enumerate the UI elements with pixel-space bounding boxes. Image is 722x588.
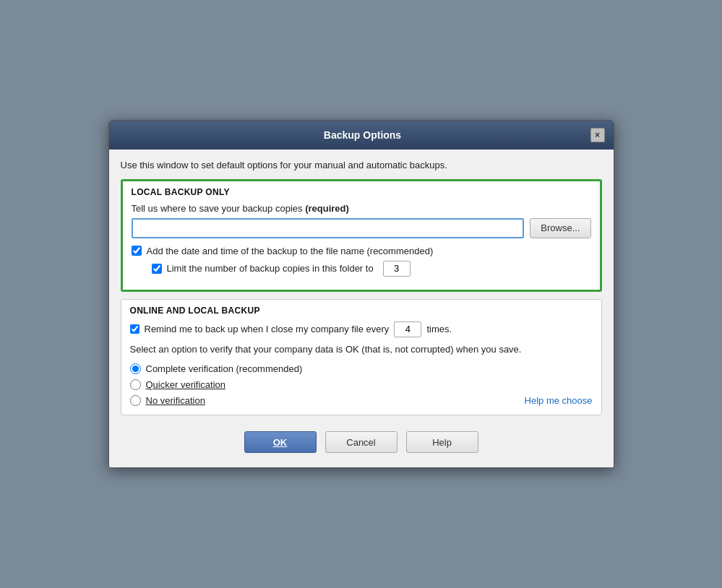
radio-quicker[interactable] (130, 379, 141, 390)
online-section-content: Remind me to back up when I close my com… (121, 319, 601, 415)
limit-input[interactable] (383, 261, 411, 277)
radio-none-row: No verification Help me choose (130, 395, 593, 406)
radio-complete-label[interactable]: Complete verification (recommended) (146, 363, 303, 374)
remind-times-input[interactable] (394, 321, 421, 337)
radio-none[interactable] (130, 395, 141, 406)
radio-complete[interactable] (130, 363, 141, 374)
backup-options-dialog: Backup Options × Use this window to set … (108, 120, 614, 468)
remind-checkbox[interactable] (130, 324, 139, 334)
online-backup-section: ONLINE AND LOCAL BACKUP Remind me to bac… (121, 299, 602, 415)
browse-button[interactable]: Browse... (530, 218, 590, 238)
close-button[interactable]: × (590, 128, 605, 142)
remind-label[interactable]: Remind me to back up when I close my com… (145, 324, 390, 334)
local-section-header: LOCAL BACKUP ONLY (123, 181, 600, 200)
datetime-checkbox[interactable] (132, 246, 142, 256)
radio-quicker-label[interactable]: Quicker verification (146, 379, 226, 390)
limit-checkbox-label[interactable]: Limit the number of backup copies in thi… (167, 263, 374, 274)
remind-suffix: times. (426, 324, 452, 334)
limit-checkbox-row: Limit the number of backup copies in thi… (152, 261, 591, 277)
radio-complete-row: Complete verification (recommended) (130, 363, 593, 374)
ok-button[interactable]: OK (244, 431, 317, 453)
radio-quicker-row: Quicker verification (130, 379, 593, 390)
intro-text: Use this window to set default options f… (121, 160, 602, 170)
dialog-title: Backup Options (135, 129, 590, 141)
title-bar: Backup Options × (109, 121, 614, 150)
remind-row: Remind me to back up when I close my com… (130, 321, 593, 337)
backup-path-row: Browse... (132, 218, 591, 238)
help-button[interactable]: Help (406, 431, 478, 453)
limit-checkbox[interactable] (152, 264, 162, 274)
help-me-choose-link[interactable]: Help me choose (525, 395, 593, 406)
online-section-header: ONLINE AND LOCAL BACKUP (121, 300, 601, 319)
backup-path-input[interactable] (132, 218, 525, 238)
button-row: OK Cancel Help (121, 423, 602, 459)
datetime-checkbox-label[interactable]: Add the date and time of the backup to t… (147, 246, 434, 256)
local-section-content: Tell us where to save your backup copies… (123, 200, 600, 290)
cancel-button[interactable]: Cancel (325, 431, 397, 453)
local-backup-section: LOCAL BACKUP ONLY Tell us where to save … (121, 179, 602, 292)
verification-area: Complete verification (recommended) Quic… (130, 363, 593, 406)
datetime-checkbox-row: Add the date and time of the backup to t… (132, 246, 591, 256)
radio-none-label[interactable]: No verification (146, 395, 205, 406)
verify-text: Select an option to verify that your com… (130, 343, 593, 356)
path-label: Tell us where to save your backup copies… (132, 203, 591, 214)
dialog-body: Use this window to set default options f… (109, 150, 614, 467)
